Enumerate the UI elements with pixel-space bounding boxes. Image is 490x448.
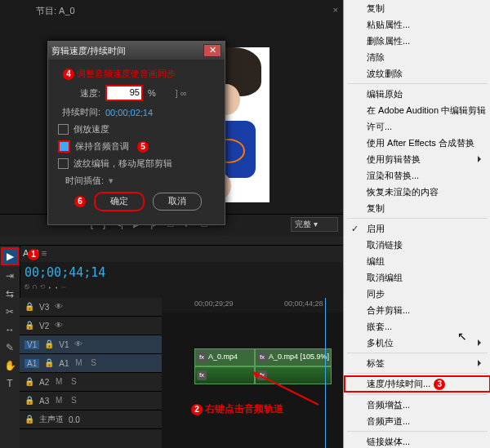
selection-tool-icon[interactable]: ▶ [1,247,19,265]
speed-input[interactable]: 95 [105,85,143,101]
track-a3[interactable]: 🔒A3MS [20,392,162,410]
timecode[interactable]: 00;00;44;14 [24,265,105,280]
hand-tool-icon[interactable]: ✋ [2,358,17,373]
mi-group[interactable]: 编组 [344,253,490,269]
callout-2: 2 [191,404,203,415]
mi-audition[interactable]: 在 Adobe Audition 中编辑剪辑 [344,102,490,118]
interp-label: 时间插值: [58,175,104,187]
duration-label: 持续时间: [58,106,100,118]
callout-4: 4 [63,69,74,80]
mi-license[interactable]: 许可... [344,118,490,135]
mi-replace[interactable]: 使用剪辑替换 [344,151,490,167]
mi-nest[interactable]: 嵌套... [344,318,490,335]
video-clip[interactable]: fxA_0.mp4 [105.9%] [255,348,332,366]
hint-text: 调整音频速度使音画同步 [77,69,176,78]
mi-render[interactable]: 渲染和替换... [344,167,490,184]
mi-paste-attr[interactable]: 粘贴属性... [344,16,490,33]
mi-sync[interactable]: 同步 [344,286,490,302]
mi-link-media[interactable]: 链接媒体... [344,433,490,448]
speed-label: 速度: [58,87,100,100]
track-a2[interactable]: 🔒A2MS [20,373,162,392]
slip-tool-icon[interactable]: ↔ [2,322,17,337]
panel-close-icon[interactable]: × [333,5,338,15]
context-menu: 复制 粘贴属性... 删除属性... 清除 波纹删除 编辑原始 在 Adobe … [343,0,490,448]
callout-6: 6 [74,196,86,207]
ruler-tick: 00;00;29;29 [194,299,234,308]
mi-multicam[interactable]: 多机位 [344,335,490,351]
callout-5: 5 [137,141,149,153]
ruler-tick: 00;00;44;28 [284,299,323,308]
mi-ripple-del[interactable]: 波纹删除 [344,65,490,82]
mi-ae[interactable]: 使用 After Effects 合成替换 [344,135,490,151]
link-icon[interactable]: ] ∞ [176,88,187,98]
mi-del-attr[interactable]: 删除属性... [344,33,490,49]
mi-dup[interactable]: 复制 [344,200,490,216]
ripple-tool-icon[interactable]: ⇆ [2,286,17,301]
type-tool-icon[interactable]: T [2,376,17,391]
track-v3[interactable]: 🔒V3👁 [20,298,162,317]
timeline-ctrl-icons[interactable]: ⎋ ∩ ⟲ ▸ ◂ ⋯ [24,282,66,291]
track-master[interactable]: 🔒主声道0.0 [20,410,162,429]
annotation-arrow-icon [245,368,327,409]
mi-clear[interactable]: 清除 [344,49,490,65]
razor-tool-icon[interactable]: ✂ [2,304,17,319]
mi-ungroup[interactable]: 取消编组 [344,269,490,286]
pitch-checkbox[interactable] [58,140,70,153]
mi-audio-channels[interactable]: 音频声道... [344,413,490,429]
track-a1[interactable]: A1🔒A1MS [20,354,162,373]
program-tab[interactable]: 节目: A_0 [36,5,75,17]
mi-enable[interactable]: 启用 [344,220,490,237]
dialog-close-icon[interactable]: ✕ [203,44,221,57]
track-v1[interactable]: V1🔒V1👁 [20,335,162,354]
reverse-checkbox[interactable] [58,124,69,135]
mi-merge[interactable]: 合并剪辑... [344,302,490,318]
mi-copy[interactable]: 复制 [344,0,490,16]
ripple-checkbox[interactable] [58,158,69,169]
track-select-icon[interactable]: ⇥ [2,268,17,283]
mi-speed-duration[interactable]: 速度/持续时间...3 [344,375,490,393]
video-clip[interactable]: fxA_0.mp4 [84.9 [194,348,255,366]
duration-value[interactable]: 00;00;02;14 [105,108,153,118]
mi-label[interactable]: 标签 [344,355,490,371]
tab-menu-icon[interactable]: ≡ [42,248,47,258]
mi-unlink[interactable]: 取消链接 [344,237,490,253]
timeline-panel: ▶ ⇥ ⇆ ✂ ↔ ✎ ✋ T 1 A_0 ≡ 00;00;44;14 ⎋ ∩ … [0,245,343,448]
callout-3: 3 [434,379,445,390]
mi-edit-orig[interactable]: 编辑原始 [344,86,490,102]
mi-audio-gain[interactable]: 音频增益... [344,397,490,413]
callout-1: 1 [28,249,39,260]
dialog-title: 剪辑速度/持续时间 [51,45,126,57]
speed-duration-dialog: 剪辑速度/持续时间✕ 4 调整音频速度使音画同步 速度: 95 % ] ∞ 持续… [47,41,225,225]
pen-tool-icon[interactable]: ✎ [2,340,17,355]
ok-button[interactable]: 确定 [94,192,145,211]
zoom-fit-dropdown[interactable]: 完整 ▾ [291,217,338,232]
mi-restore[interactable]: 恢复未渲染的内容 [344,184,490,200]
cancel-button[interactable]: 取消 [153,193,202,211]
track-v2[interactable]: 🔒V2👁 [20,317,162,335]
